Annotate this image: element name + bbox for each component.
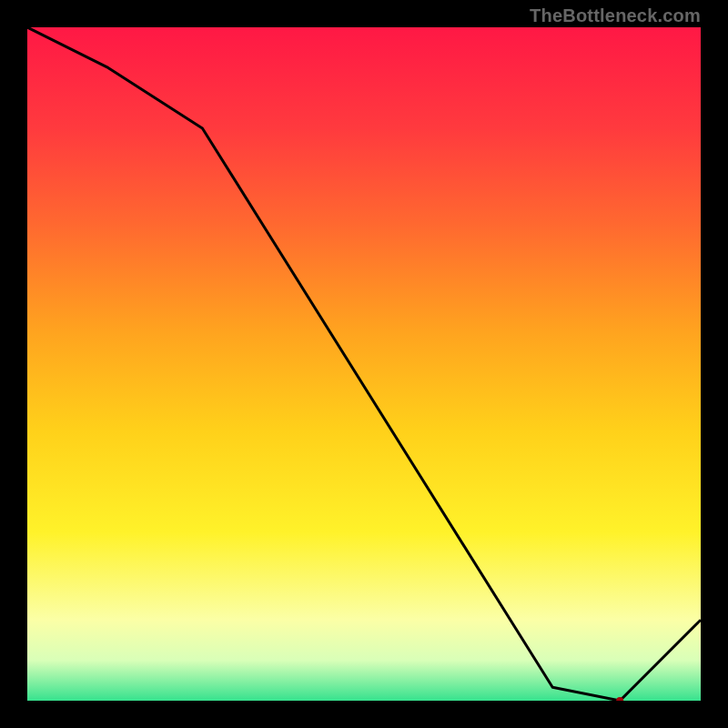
attribution-label: TheBottleneck.com (530, 5, 701, 26)
chart-curve (27, 27, 701, 701)
line-chart-svg (27, 27, 701, 701)
plot-area (27, 27, 701, 701)
chart-root: TheBottleneck.com (0, 0, 728, 728)
